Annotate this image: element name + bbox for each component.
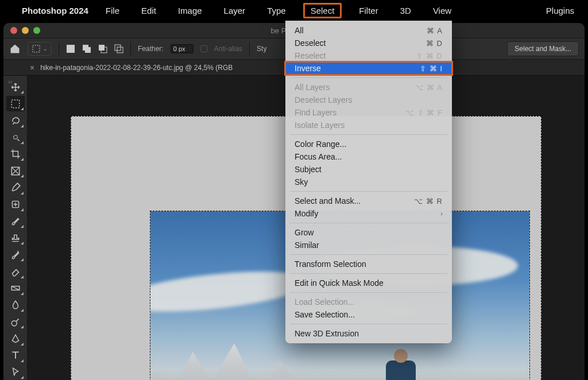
- menu-item-transform-selection[interactable]: Transform Selection: [285, 258, 452, 270]
- zoom-window-icon[interactable]: [33, 27, 40, 34]
- menu-item-label: Deselect Layers: [295, 95, 443, 104]
- menu-item-deselect[interactable]: Deselect⌘ D: [285, 37, 452, 49]
- stamp-tool[interactable]: [6, 230, 25, 246]
- path-select-tool[interactable]: [6, 365, 25, 380]
- menu-item-label: Select and Mask...: [295, 196, 414, 205]
- menu-view[interactable]: View: [428, 4, 456, 17]
- menu-file[interactable]: File: [101, 4, 124, 17]
- menu-item-label: Edit in Quick Mask Mode: [295, 278, 443, 288]
- menu-type[interactable]: Type: [262, 4, 291, 17]
- menu-item-label: Isolate Layers: [295, 121, 443, 130]
- menu-item-reselect: Reselect⇧ ⌘ D: [285, 49, 452, 62]
- menu-item-all-layers: All Layers⌥ ⌘ A: [285, 81, 452, 94]
- menu-shortcut: ⌥ ⇧ ⌘ F: [405, 108, 443, 117]
- style-label: Sty: [257, 45, 266, 53]
- menu-item-subject[interactable]: Subject: [285, 163, 452, 176]
- menu-shortcut: ⌘ A: [427, 26, 443, 35]
- menu-edit[interactable]: Edit: [137, 4, 161, 17]
- menu-item-isolate-layers: Isolate Layers: [285, 119, 452, 131]
- menu-item-similar[interactable]: Similar: [285, 239, 452, 251]
- brush-tool[interactable]: [6, 214, 25, 229]
- menu-item-edit-in-quick-mask-mode[interactable]: Edit in Quick Mask Mode: [285, 277, 452, 289]
- menu-item-label: Inverse: [295, 64, 420, 73]
- menu-shortcut: ⌥ ⌘ R: [414, 197, 443, 205]
- feather-label: Feather:: [138, 45, 164, 53]
- menu-item-label: Grow: [295, 228, 443, 237]
- submenu-caret-icon: ›: [440, 210, 443, 217]
- eyedropper-tool[interactable]: [6, 180, 25, 195]
- svg-rect-7: [117, 47, 123, 53]
- menu-item-label: Similar: [295, 241, 443, 250]
- pen-tool[interactable]: [6, 331, 25, 346]
- menu-item-deselect-layers: Deselect Layers: [285, 94, 452, 106]
- menu-filter[interactable]: Filter: [354, 4, 382, 17]
- menu-item-label: Transform Selection: [295, 259, 443, 269]
- antialias-checkbox[interactable]: [200, 45, 207, 52]
- marquee-preset[interactable]: ⌄: [28, 42, 52, 56]
- add-selection-icon[interactable]: [82, 44, 91, 53]
- menu-item-select-and-mask[interactable]: Select and Mask...⌥ ⌘ R: [285, 195, 452, 207]
- menu-item-label: Load Selection...: [295, 297, 443, 307]
- home-icon[interactable]: [9, 43, 21, 55]
- select-menu-dropdown: All⌘ ADeselect⌘ DReselect⇧ ⌘ DInverse⇧ ⌘…: [285, 21, 452, 343]
- menu-item-color-range[interactable]: Color Range...: [285, 138, 452, 150]
- menu-item-label: All: [295, 26, 427, 35]
- lasso-tool[interactable]: [6, 113, 25, 128]
- menu-item-label: Save Selection...: [295, 310, 443, 319]
- svg-rect-8: [11, 100, 20, 108]
- new-selection-icon[interactable]: [66, 44, 75, 53]
- close-tab-icon[interactable]: ×: [30, 63, 34, 72]
- panel-expand-icon[interactable]: ››: [8, 78, 12, 85]
- svg-rect-0: [33, 45, 40, 52]
- mac-menubar: Photoshop 2024 File Edit Image Layer Typ…: [0, 0, 588, 21]
- menu-item-modify[interactable]: Modify›: [285, 207, 452, 220]
- menu-shortcut: ⇧ ⌘ I: [420, 64, 443, 73]
- antialias-label: Anti-alias: [214, 45, 242, 53]
- subtract-selection-icon[interactable]: [98, 44, 107, 53]
- menu-3d[interactable]: 3D: [396, 4, 416, 17]
- menu-item-focus-area[interactable]: Focus Area...: [285, 150, 452, 163]
- menu-item-label: Subject: [295, 165, 443, 174]
- frame-tool[interactable]: [6, 163, 25, 179]
- svg-point-9: [13, 135, 17, 139]
- menu-item-save-selection[interactable]: Save Selection...: [285, 308, 452, 321]
- menu-item-label: Sky: [295, 177, 443, 187]
- type-tool[interactable]: [6, 348, 25, 363]
- menu-item-sky[interactable]: Sky: [285, 176, 452, 188]
- crop-tool[interactable]: [6, 146, 25, 162]
- menu-item-label: Modify: [295, 209, 440, 218]
- app-name[interactable]: Photoshop 2024: [22, 6, 88, 15]
- menu-image[interactable]: Image: [173, 4, 207, 17]
- menu-select[interactable]: Select: [303, 3, 342, 18]
- menu-item-label: Reselect: [295, 51, 416, 60]
- menu-shortcut: ⇧ ⌘ D: [416, 52, 443, 60]
- minimize-window-icon[interactable]: [22, 27, 29, 34]
- menu-shortcut: ⌘ D: [426, 39, 443, 48]
- quick-select-tool[interactable]: [6, 130, 25, 145]
- menu-item-load-selection: Load Selection...: [285, 296, 452, 308]
- menu-plugins[interactable]: Plugins: [541, 4, 579, 17]
- svg-rect-4: [99, 45, 105, 51]
- feather-input[interactable]: [171, 44, 194, 53]
- svg-rect-6: [115, 45, 121, 51]
- history-brush-tool[interactable]: [6, 247, 25, 262]
- marquee-tool[interactable]: [6, 96, 25, 111]
- close-window-icon[interactable]: [10, 27, 17, 34]
- menu-item-inverse[interactable]: Inverse⇧ ⌘ I: [285, 62, 452, 75]
- menu-item-new-3d-extrusion[interactable]: New 3D Extrusion: [285, 327, 452, 340]
- gradient-tool[interactable]: [6, 281, 25, 296]
- menu-item-label: Focus Area...: [295, 152, 443, 161]
- menu-item-label: Color Range...: [295, 139, 443, 149]
- intersect-selection-icon[interactable]: [114, 44, 123, 53]
- svg-rect-1: [67, 45, 75, 53]
- dodge-tool[interactable]: [6, 314, 25, 329]
- menu-item-find-layers: Find Layers⌥ ⇧ ⌘ F: [285, 106, 452, 119]
- menu-layer[interactable]: Layer: [219, 4, 250, 17]
- select-and-mask-button[interactable]: Select and Mask...: [507, 41, 579, 56]
- menu-item-all[interactable]: All⌘ A: [285, 24, 452, 37]
- healing-brush-tool[interactable]: [6, 197, 25, 212]
- eraser-tool[interactable]: [6, 263, 25, 279]
- blur-tool[interactable]: [6, 297, 25, 313]
- tool-panel: [3, 76, 28, 380]
- menu-item-grow[interactable]: Grow: [285, 226, 452, 239]
